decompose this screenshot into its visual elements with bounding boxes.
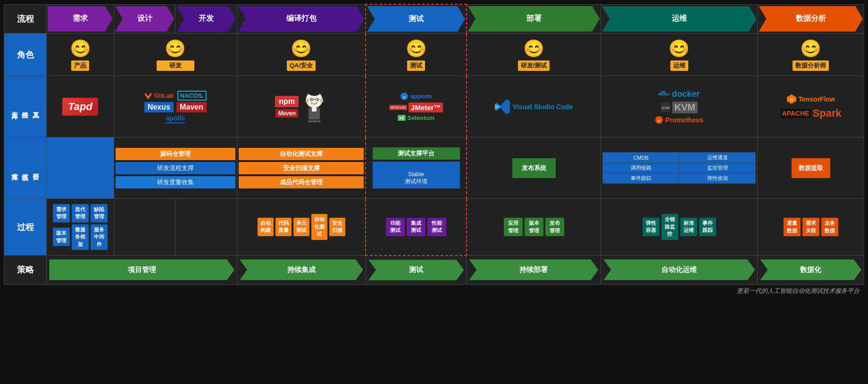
vscode-text: Visual Studio Code bbox=[513, 103, 573, 111]
svg-point-9 bbox=[317, 99, 318, 100]
svg-text:TF: TF bbox=[790, 98, 794, 102]
kvm-logo: KVM KVM bbox=[661, 102, 698, 113]
vscode-icon bbox=[495, 99, 510, 114]
test-arrow: 测试 bbox=[367, 6, 465, 32]
role-name-ops: 运维 bbox=[670, 60, 688, 71]
step-func-test: 功能 测试 bbox=[386, 218, 405, 236]
systems-data: 数据提取 bbox=[758, 137, 864, 199]
maven-logo-dev: Maven bbox=[176, 102, 207, 112]
docker-icon bbox=[659, 90, 670, 98]
steps-test: 功能 测试 集成 测试 性能 测试 bbox=[366, 199, 467, 256]
process-steps-row: 过程 需求 管理 迭代 管理 缺陷 管理 版本 管理 微服 务框 架 服务 中间… bbox=[4, 199, 864, 256]
strategy-data: 数据化 bbox=[758, 256, 864, 285]
deploy-arrow: 部署 bbox=[468, 6, 600, 32]
maven-qa-logo: Maven bbox=[275, 109, 298, 118]
svg-text:KVM: KVM bbox=[662, 106, 669, 110]
strategy-proj-mgmt-arrow: 项目管理 bbox=[49, 259, 234, 280]
svg-rect-12 bbox=[312, 108, 317, 111]
stage-dev: 开发 bbox=[175, 4, 237, 34]
step-version-mgmt: 版本 管理 bbox=[53, 228, 70, 246]
tools-ops: docker KVM KVM P bbox=[601, 76, 758, 137]
step-sec-scan: 安全 扫描 bbox=[329, 218, 345, 236]
dev-metrics-label: 研发度量收集 bbox=[116, 176, 235, 188]
svg-rect-16 bbox=[306, 99, 309, 102]
strategy-cd-arrow: 持续部署 bbox=[469, 259, 598, 280]
systems-ops: CMDB 运维通道 调用链路 监控管理 bbox=[601, 137, 758, 199]
svg-point-8 bbox=[311, 99, 312, 100]
step-full-chain: 全链 路监 控 bbox=[661, 214, 678, 239]
step-middleware: 服务 中间 件 bbox=[91, 224, 108, 250]
svg-rect-29 bbox=[661, 91, 663, 93]
role-name-dev-test: 研发/测试 bbox=[518, 60, 550, 71]
step-elastic-capacity: 弹性 容器 bbox=[643, 218, 659, 236]
main-container: 流程 需求 设计 开发 编 bbox=[0, 0, 868, 384]
ops-systems-table: CMDB 运维通道 调用链路 监控管理 bbox=[602, 152, 756, 184]
step-defect-mgmt: 缺陷 管理 bbox=[91, 204, 108, 222]
tools-tapd: Tapd bbox=[47, 76, 114, 137]
step-microservice: 微服 务框 架 bbox=[72, 224, 89, 250]
appium-icon: a bbox=[400, 92, 409, 101]
steps-dev-fill bbox=[175, 199, 237, 256]
strategy-ci-arrow: 持续集成 bbox=[240, 259, 363, 280]
data-extract-label: 数据提取 bbox=[792, 158, 830, 178]
step-integration-test: 集成 测试 bbox=[407, 218, 426, 236]
svg-rect-28 bbox=[666, 93, 668, 94]
stage-test: 测试 bbox=[366, 4, 467, 34]
elastic-compress-cell: 弹性收缩 bbox=[679, 173, 756, 184]
svg-rect-26 bbox=[663, 93, 665, 94]
prometheus-icon: P bbox=[655, 116, 663, 124]
role-test: 😊 测试 bbox=[366, 34, 467, 76]
cmdb-cell: CMDB bbox=[603, 153, 679, 163]
role-name-dev: 研发 bbox=[157, 60, 194, 71]
strategy-ci: 持续集成 bbox=[237, 256, 366, 285]
systems-build: 自动化测试支撑 安全扫描支撑 成品代码仓管理 bbox=[237, 137, 366, 199]
apollo-logo: apollo bbox=[166, 114, 185, 123]
smiley-qa: 😊 bbox=[237, 39, 365, 59]
test-env-label: Stable 测试环境 bbox=[373, 162, 460, 188]
gitlab-icon bbox=[144, 92, 152, 100]
steps-data: 度量 数据 需求 关联 业务 数据 bbox=[758, 199, 864, 256]
process-label: 流程 bbox=[4, 4, 47, 34]
step-version-mgmt2: 版本 管理 bbox=[525, 218, 543, 236]
strategy-test: 测试 bbox=[366, 256, 467, 285]
stage-data: 数据分析 bbox=[758, 4, 864, 34]
jmeter-logo: APACHE JMeter™ bbox=[389, 102, 443, 112]
step-quantity-data: 度量 数据 bbox=[784, 218, 801, 236]
release-label: 发布系统 bbox=[512, 158, 556, 178]
pipeline-table: 流程 需求 设计 开发 编 bbox=[4, 4, 864, 285]
stage-build: 编译打包 bbox=[237, 4, 366, 34]
svg-text:Jenkins: Jenkins bbox=[308, 119, 320, 123]
jenkins-figure: Jenkins bbox=[301, 90, 327, 123]
strategy-cd: 持续部署 bbox=[467, 256, 601, 285]
design-arrow: 设计 bbox=[115, 6, 175, 32]
tools-label: 工具组件三方库 bbox=[4, 76, 47, 137]
event-track-cell: 事件跟踪 bbox=[603, 173, 679, 184]
step-auto-test: 自动 化测 试 bbox=[311, 214, 327, 239]
svg-rect-27 bbox=[663, 91, 665, 93]
step-app-mgmt: 应用 管理 bbox=[504, 218, 523, 236]
strategy-proj-mgmt: 项目管理 bbox=[47, 256, 237, 285]
step-unit-test: 单元 测试 bbox=[293, 218, 309, 236]
jenkins-svg: Jenkins bbox=[301, 90, 327, 123]
stage-deploy: 部署 bbox=[467, 4, 601, 34]
systems-label: 自研系统支撑 bbox=[4, 137, 47, 199]
tools-build: npm Maven bbox=[237, 76, 366, 137]
step-biz-data: 业务 数据 bbox=[821, 218, 838, 236]
selenium-logo: sé Selenium bbox=[398, 114, 434, 121]
tools-data: TF TensorFlow APACHE Spark bbox=[758, 76, 864, 137]
ops-steps-container: 弹性 容器 全链 路监 控 标准 运维 事件 跟踪 bbox=[602, 213, 756, 241]
role-name-data: 数据分析师 bbox=[793, 60, 829, 71]
svg-rect-17 bbox=[320, 99, 323, 102]
steps-deploy: 应用 管理 版本 管理 发布 管理 bbox=[467, 199, 601, 256]
sec-scan-label: 安全扫描支撑 bbox=[239, 162, 364, 174]
step-release-mgmt: 发布 管理 bbox=[545, 218, 564, 236]
nacos-logo: NACOS. bbox=[177, 91, 207, 101]
docker-logo: docker bbox=[659, 89, 700, 99]
step-event-track2: 事件 跟踪 bbox=[699, 218, 716, 236]
systems-test: 测试支撑平台 Stable 测试环境 bbox=[366, 137, 467, 199]
svg-rect-25 bbox=[661, 93, 663, 94]
tools-row: 工具组件三方库 Tapd GitLab NA bbox=[4, 76, 864, 137]
smiley-dev-test: 😊 bbox=[467, 39, 601, 59]
kvm-icon: KVM bbox=[661, 102, 670, 112]
stage-requirements: 需求 bbox=[47, 4, 114, 34]
